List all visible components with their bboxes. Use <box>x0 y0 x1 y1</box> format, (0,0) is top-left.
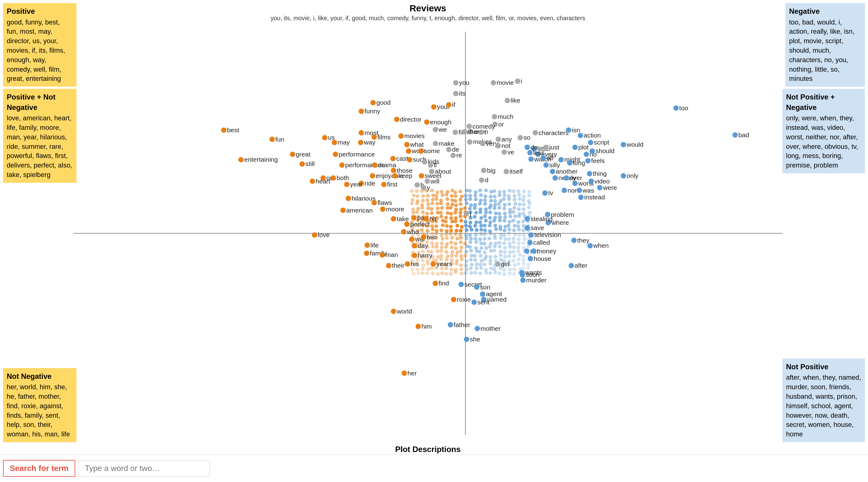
density-dot <box>468 233 472 237</box>
density-dot <box>440 242 443 245</box>
word-dot <box>572 181 578 186</box>
density-dot <box>450 267 453 271</box>
density-dot <box>435 245 439 249</box>
density-dot <box>518 203 521 206</box>
density-dot <box>459 198 462 201</box>
density-dot <box>420 228 424 232</box>
density-dot <box>440 246 443 249</box>
search-input[interactable] <box>78 460 210 477</box>
box-not-pos-neg-content: only, were, when, they, instead, was, vi… <box>786 114 861 170</box>
density-dot <box>446 254 450 258</box>
word-label: should <box>595 147 615 154</box>
word-label: characters <box>538 129 568 136</box>
word-dot <box>520 278 526 283</box>
density-dot <box>415 210 419 214</box>
density-dot <box>478 202 482 205</box>
density-dot <box>502 190 506 194</box>
density-dot <box>479 259 483 263</box>
search-term-button[interactable]: Search for term <box>3 460 75 477</box>
word-dot <box>552 175 558 181</box>
word-label: father <box>454 321 470 328</box>
word-dot <box>312 232 317 238</box>
density-dot <box>463 206 467 210</box>
word-label: d <box>485 176 489 183</box>
word-dot <box>409 237 415 242</box>
density-dot <box>498 271 501 275</box>
density-dot <box>436 191 439 194</box>
word-dot <box>480 141 485 146</box>
density-dot <box>440 206 444 210</box>
density-dot <box>439 228 443 232</box>
density-dot <box>503 211 506 215</box>
density-dot <box>483 242 486 245</box>
density-dot <box>502 193 506 197</box>
density-dot <box>488 224 492 227</box>
density-dot <box>441 219 445 222</box>
word-dot <box>515 78 520 84</box>
word-dot <box>471 300 477 305</box>
word-dot <box>333 151 338 157</box>
word-label: films <box>377 134 391 141</box>
density-dot <box>512 189 515 193</box>
word-dot <box>525 225 530 231</box>
density-dot <box>475 266 478 270</box>
box-not-neg: Not Negative her, world, him, she, he, f… <box>3 368 76 442</box>
density-dot <box>426 229 429 233</box>
density-dot <box>518 212 522 216</box>
word-dot <box>518 135 523 141</box>
word-dot <box>433 141 438 146</box>
word-label: after <box>575 262 587 269</box>
word-dot <box>532 130 538 136</box>
density-dot <box>454 216 458 220</box>
word-dot <box>370 173 375 178</box>
word-label: only <box>627 172 639 179</box>
word-label: what <box>410 141 424 148</box>
density-dot <box>483 215 487 218</box>
density-dot <box>435 242 439 245</box>
density-dot <box>469 254 473 258</box>
word-dot <box>568 263 574 268</box>
density-dot <box>439 254 443 258</box>
density-dot <box>498 206 501 209</box>
density-dot <box>421 259 425 262</box>
density-dot <box>440 190 443 194</box>
density-dot <box>523 237 526 241</box>
word-dot <box>411 215 417 221</box>
word-dot <box>381 181 386 187</box>
density-dot <box>489 190 493 194</box>
word-label: when <box>593 242 609 249</box>
word-label: keep <box>398 172 412 179</box>
box-positive-title: Positive <box>7 6 73 17</box>
density-dot <box>473 258 477 262</box>
density-dot <box>445 224 449 228</box>
word-label: man <box>385 251 398 258</box>
density-dot <box>522 254 525 258</box>
word-dot <box>453 91 459 96</box>
density-dot <box>464 224 468 228</box>
word-label: house <box>534 255 551 262</box>
density-dot <box>449 206 453 210</box>
word-dot <box>421 234 426 240</box>
word-label: you <box>459 79 469 86</box>
density-dot <box>473 215 476 219</box>
word-label: sent <box>477 299 490 306</box>
word-dot <box>416 324 421 329</box>
word-dot <box>404 221 410 227</box>
density-dot <box>512 272 516 276</box>
word-dot <box>528 232 534 238</box>
word-label: cast <box>396 155 408 162</box>
word-dot <box>421 185 426 191</box>
density-dot <box>502 272 506 276</box>
box-pos-not-neg-title: Positive + Not Negative <box>7 92 73 112</box>
word-dot <box>401 229 406 234</box>
density-dot <box>431 201 434 205</box>
density-dot <box>522 207 525 211</box>
density-dot <box>479 224 483 228</box>
word-dot <box>524 248 529 254</box>
density-dot <box>435 194 438 198</box>
density-dot <box>431 228 435 231</box>
word-label: both <box>336 174 349 181</box>
word-label: named <box>487 296 506 303</box>
box-positive-content: good, funny, best, fun, most, may, direc… <box>7 18 73 84</box>
density-dot <box>508 242 512 246</box>
